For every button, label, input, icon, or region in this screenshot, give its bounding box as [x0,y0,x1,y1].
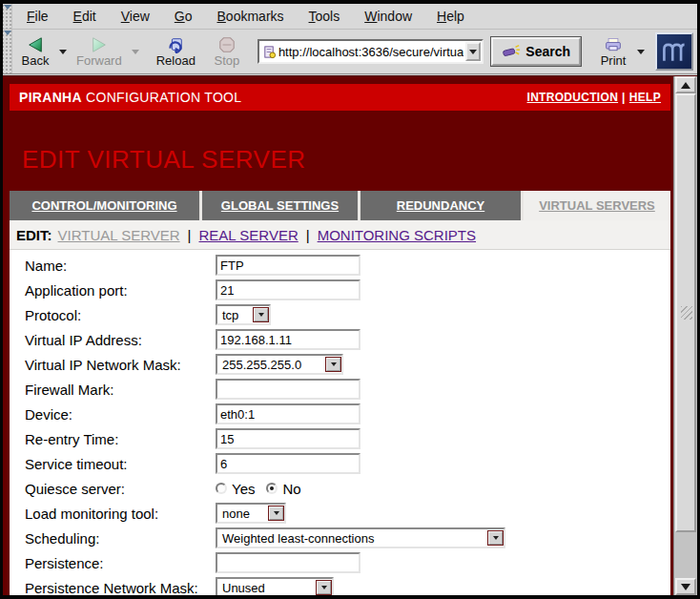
forward-dropdown-icon[interactable] [132,50,139,54]
menu-view[interactable]: View [109,5,162,28]
protocol-label: Protocol: [25,307,216,323]
back-arrow-icon [27,36,44,53]
subnav-divider: | [188,227,192,243]
menu-window[interactable]: Window [352,5,424,28]
reload-label: Reload [156,53,196,68]
introduction-link[interactable]: INTRODUCTION [527,91,619,104]
tab-global-settings[interactable]: GLOBAL SETTINGS [202,191,358,220]
back-dropdown-icon[interactable] [59,50,67,54]
protocol-select-value: tcp [217,308,243,322]
menu-help[interactable]: Help [424,5,477,28]
reentry-time-input[interactable] [216,428,360,449]
tab-redundancy[interactable]: REDUNDANCY [360,191,521,220]
form-row-application-port: Application port: [10,278,670,302]
menu-tools[interactable]: Tools [297,5,353,28]
application-port-label: Application port: [25,282,216,299]
virtual-server-form: Name: Application port: Protocol: tcp [10,250,670,595]
subnav-divider: | [306,227,310,243]
stop-label: Stop [215,53,240,68]
page-title: EDIT VIRTUAL SERVER [22,145,670,175]
reload-button[interactable]: Reload [150,34,202,70]
arrow-down-icon [681,584,690,590]
device-label: Device: [25,406,216,423]
persistence-label: Persistence: [25,555,216,571]
menu-file[interactable]: File [14,5,61,28]
search-button[interactable]: Search [491,37,581,66]
virtual-ip-input[interactable] [216,329,360,350]
vertical-scrollbar[interactable] [673,76,697,595]
protocol-select[interactable]: tcp [216,304,271,325]
quiesce-no-radio[interactable] [266,483,278,494]
dropdown-arrow-icon [317,581,331,594]
device-input[interactable] [216,403,360,424]
app-brand-rest: CONFIGURATION TOOL [82,90,242,105]
virtual-ip-label: Virtual IP Address: [25,332,216,348]
url-input[interactable] [277,45,465,59]
persistence-netmask-select[interactable]: Unused [216,577,334,595]
toolbar-grippy[interactable] [3,4,12,29]
form-row-scheduling: Scheduling: Weighted least-connections [10,526,670,550]
scroll-down-button[interactable] [675,578,696,595]
scrollbar-thumb[interactable] [675,93,696,532]
menu-go[interactable]: Go [162,5,205,28]
header-links-divider: | [622,91,626,104]
print-dropdown-icon[interactable] [637,50,645,54]
print-button[interactable]: Print [592,34,634,70]
mozilla-throbber-logo[interactable] [655,32,693,71]
menu-bar: File Edit View Go Bookmarks Tools Window… [3,4,697,30]
reentry-time-label: Re-entry Time: [25,431,216,447]
url-history-dropdown[interactable] [465,42,481,61]
browser-chrome: File Edit View Go Bookmarks Tools Window… [3,4,697,75]
piranha-header-bar: PIRANHA CONFIGURATION TOOL INTRODUCTION|… [10,84,670,111]
mozilla-m-icon [660,38,689,65]
scroll-up-button[interactable] [675,76,696,93]
tab-virtual-servers[interactable]: VIRTUAL SERVERS [524,191,670,220]
service-timeout-input[interactable] [216,453,360,474]
quiesce-yes-radio[interactable] [216,483,227,494]
menu-edit[interactable]: Edit [61,5,109,28]
navigation-toolbar: Back Forward Reload [3,30,697,74]
virtual-ip-netmask-select[interactable]: 255.255.255.0 [216,354,343,375]
quiesce-server-label: Quiesce server: [25,481,216,497]
search-flashlight-icon [502,44,521,59]
form-row-quiesce-server: Quiesce server: Yes No [10,476,670,501]
printer-icon [605,36,622,53]
dropdown-arrow-icon [269,506,283,520]
load-monitoring-select[interactable]: none [216,503,286,524]
firewall-mark-input[interactable] [216,379,360,400]
search-label: Search [525,44,570,59]
scrollbar-grip-icon [681,306,692,320]
load-monitoring-label: Load monitoring tool: [25,506,216,522]
form-row-device: Device: [10,402,670,426]
browser-viewport: PIRANHA CONFIGURATION TOOL INTRODUCTION|… [3,75,697,595]
persistence-netmask-label: Persistence Network Mask: [25,580,216,596]
forward-button[interactable]: Forward [70,34,129,70]
persistence-input[interactable] [216,552,360,573]
arrow-up-icon [681,82,690,89]
application-port-input[interactable] [216,279,360,300]
help-link[interactable]: HELP [629,91,661,104]
dropdown-arrow-icon [488,531,503,545]
forward-label: Forward [76,53,122,68]
menu-bookmarks[interactable]: Bookmarks [205,5,297,28]
scheduling-select[interactable]: Weighted least-connections [216,527,505,548]
reload-icon [167,36,184,53]
monitoring-scripts-link[interactable]: MONITORING SCRIPTS [318,227,476,243]
toolbar-grippy[interactable] [3,30,12,73]
piranha-page: PIRANHA CONFIGURATION TOOL INTRODUCTION|… [3,76,673,595]
tab-control-monitoring[interactable]: CONTROL/MONITORING [10,191,199,220]
scheduling-label: Scheduling: [25,530,216,547]
real-server-link[interactable]: REAL SERVER [199,227,299,243]
browser-window: File Edit View Go Bookmarks Tools Window… [0,0,700,599]
stop-button[interactable]: Stop [206,34,248,70]
persistence-netmask-value: Unused [217,581,270,595]
form-row-virtual-ip-netmask: Virtual IP Network Mask: 255.255.255.0 [10,352,670,377]
app-brand: PIRANHA CONFIGURATION TOOL [19,90,241,105]
edit-virtual-server-current: VIRTUAL SERVER [58,227,180,243]
chevron-down-icon [469,50,477,54]
address-bar [257,39,484,64]
form-row-protocol: Protocol: tcp [10,302,670,327]
forward-arrow-icon [91,36,108,53]
name-input[interactable] [216,255,360,276]
back-button[interactable]: Back [14,34,56,70]
